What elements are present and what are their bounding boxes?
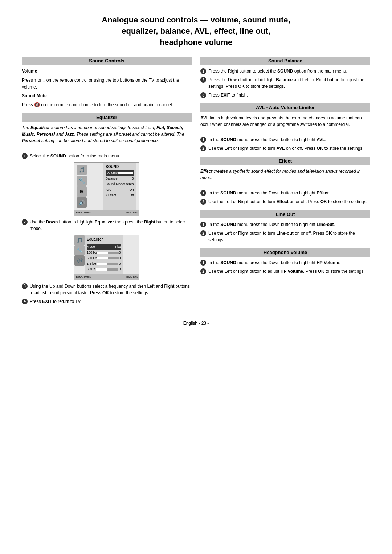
menu-footer-1: Back: Menu Exit: Exit — [74, 210, 139, 216]
avl-step1-text: In the SOUND menu press the Down button … — [208, 136, 370, 143]
icon-eq-1: 🎵 — [74, 235, 85, 245]
menu-exit-1: Exit: Exit — [126, 210, 138, 215]
eq-panel-title: Equalizer — [87, 237, 121, 243]
eq-step4-text: Press EXIT to return to TV. — [30, 298, 192, 305]
effect-step2-text: Use the Left or Right button to turn Eff… — [208, 198, 370, 205]
eq-row-500hz: 500 Hz 0 — [87, 255, 121, 261]
eq-step1: 1 Select the SOUND option from the main … — [22, 153, 192, 159]
equalizer-header: Equalizer — [22, 113, 192, 122]
eq-step3-text: Using the Up and Down buttons select a f… — [30, 283, 192, 296]
volume-text: Press ↑ or ↓ on the remote control or us… — [22, 77, 192, 90]
headphone-header: Headphone Volume — [200, 248, 370, 257]
sound-balance-section: Sound Balance 1 Press the Right button t… — [200, 57, 370, 98]
eq-step1-text: Select the SOUND option from the main me… — [30, 153, 192, 159]
headphone-section: Headphone Volume 1 In the SOUND menu pre… — [200, 248, 370, 275]
menu-footer-2: Back: Menu Exit: Exit — [74, 274, 139, 280]
balance-step3-num: 3 — [200, 92, 206, 98]
balance-step1-text: Press the Right button to select the SOU… — [208, 68, 370, 74]
lineout-step1-num: 1 — [200, 222, 206, 227]
equalizer-section: Equalizer The Equalizer feature has a nu… — [22, 113, 192, 305]
eq-row-100hz: 100 Hz 0 — [87, 250, 121, 256]
balance-step2: 2 Press the Down button to highlight Bal… — [200, 77, 370, 90]
lineout-step1: 1 In the SOUND menu press the Down butto… — [200, 221, 370, 228]
menu-panel-1: SOUND Volume Balance0 Sound ModeStereo A… — [103, 163, 136, 210]
hp-step1: 1 In the SOUND menu press the Down butto… — [200, 259, 370, 266]
right-column: Sound Balance 1 Press the Right button t… — [200, 57, 370, 310]
lineout-step2-num: 2 — [200, 230, 206, 236]
icon-4: 🔊 — [77, 197, 87, 208]
lineout-step2-text: Use the Left or Right button to turn Lin… — [208, 230, 370, 243]
menu-exit-2: Exit: Exit — [126, 275, 138, 279]
hp-step2: 2 Use the Left or Right button to adjust… — [200, 268, 370, 275]
menu-row-volume: Volume — [106, 170, 134, 176]
menu-back-2: Back: Menu — [76, 275, 91, 279]
menu-row-soundmode: Sound ModeStereo — [106, 181, 134, 187]
volume-subtitle: Volume — [22, 68, 192, 74]
lineout-step1-text: In the SOUND menu press the Down button … — [208, 221, 370, 228]
avl-intro: AVL limits high volume levels and preven… — [200, 115, 370, 128]
eq-row-6khz: 6 kHz 0 — [87, 267, 121, 272]
equalizer-intro: The Equalizer feature has a number of so… — [22, 124, 192, 144]
page-footer: English - 23 - — [22, 321, 370, 326]
sound-mute-subtitle: Sound Mute — [22, 93, 192, 99]
avl-step1-num: 1 — [200, 137, 206, 143]
hp-step2-num: 2 — [200, 268, 206, 274]
effect-step1-text: In the SOUND menu press the Down button … — [208, 190, 370, 196]
eq-bar-500hz — [97, 257, 119, 259]
eq-screenshot: 🎵 🔧 🎶 Equalizer ModeFlat 100 Hz — [74, 235, 139, 280]
volume-up-icon: ↑ — [34, 77, 37, 84]
menu-row-effect: • EffectOff — [106, 193, 134, 198]
avl-step2: 2 Use the Left or Right button to turn A… — [200, 145, 370, 152]
step4-num: 4 — [22, 299, 28, 304]
page-number: English - 23 - — [183, 321, 209, 326]
menu-row-balance: Balance0 — [106, 176, 134, 182]
eq-bar-6khz — [96, 268, 118, 271]
menu-row-avl: AVLOn — [106, 187, 134, 193]
effect-step1: 1 In the SOUND menu press the Down butto… — [200, 190, 370, 196]
effect-step1-num: 1 — [200, 190, 206, 196]
icon-1: 🎵 — [77, 165, 87, 175]
line-out-header: Line Out — [200, 210, 370, 218]
hp-step1-text: In the SOUND menu press the Down button … — [208, 259, 370, 266]
effect-step2: 2 Use the Left or Right button to turn E… — [200, 198, 370, 205]
menu-back-1: Back: Menu — [76, 210, 91, 215]
avl-header: AVL - Auto Volume Limiter — [200, 103, 370, 112]
menu-icons-1: 🎵 🔧 🖥 🔊 — [74, 163, 89, 210]
effect-intro: Effect creates a synthetic sound effect … — [200, 168, 370, 181]
balance-step2-num: 2 — [200, 77, 206, 83]
mute-icon: 🔇 — [34, 101, 40, 108]
avl-step1: 1 In the SOUND menu press the Down butto… — [200, 136, 370, 143]
balance-step1-num: 1 — [200, 68, 206, 74]
hp-step1-num: 1 — [200, 260, 206, 266]
balance-step2-text: Press the Down button to highlight Balan… — [208, 77, 370, 90]
menu-panel-title-1: SOUND — [106, 164, 134, 169]
hp-step2-text: Use the Left or Right button to adjust H… — [208, 268, 370, 275]
balance-step1: 1 Press the Right button to select the S… — [200, 68, 370, 74]
sound-balance-header: Sound Balance — [200, 57, 370, 65]
avl-step2-num: 2 — [200, 145, 206, 151]
left-column: Sound Controls Volume Press ↑ or ↓ on th… — [22, 57, 192, 310]
lineout-step2: 2 Use the Left or Right button to turn L… — [200, 230, 370, 243]
icon-eq-3: 🎶 — [74, 255, 85, 266]
sound-mute-text: Press 🔇 on the remote control once to tu… — [22, 101, 192, 108]
eq-step2: 2 Use the Down button to highlight Equal… — [22, 219, 192, 232]
eq-step3: 3 Using the Up and Down buttons select a… — [22, 283, 192, 296]
eq-panel: Equalizer ModeFlat 100 Hz 0 500 Hz — [85, 235, 123, 274]
balance-step3-text: Press EXIT to finish. — [208, 92, 370, 98]
eq-bar-1_5kh — [97, 263, 118, 265]
icon-eq-2: 🔧 — [74, 245, 85, 255]
eq-step2-text: Use the Down button to highlight Equaliz… — [30, 219, 192, 232]
volume-down-icon: ↓ — [43, 77, 45, 84]
effect-header: Effect — [200, 157, 370, 165]
eq-bar-100hz — [97, 252, 119, 254]
avl-step2-text: Use the Left or Right button to turn AVL… — [208, 145, 370, 152]
step3-num: 3 — [22, 283, 28, 289]
eq-step4: 4 Press EXIT to return to TV. — [22, 298, 192, 305]
icon-2: 🔧 — [77, 176, 87, 186]
menu-icons-2: 🎵 🔧 🎶 — [74, 235, 85, 274]
avl-section: AVL - Auto Volume Limiter AVL limits hig… — [200, 103, 370, 152]
balance-step3: 3 Press EXIT to finish. — [200, 92, 370, 98]
step1-num: 1 — [22, 153, 28, 159]
effect-step2-num: 2 — [200, 199, 206, 205]
eq-row-mode: ModeFlat — [87, 244, 121, 250]
